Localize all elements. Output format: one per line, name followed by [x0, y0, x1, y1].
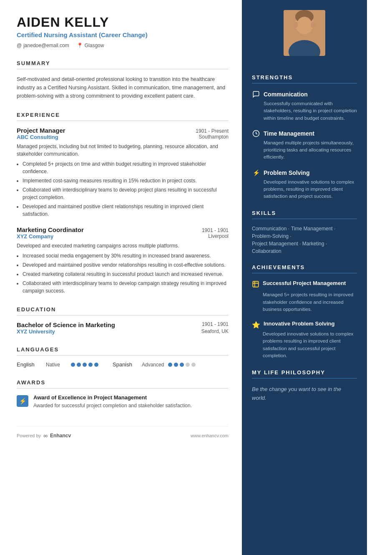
- language-dots-spanish: [168, 363, 196, 367]
- job-bullets-1: Completed 5+ projects on time and within…: [17, 160, 229, 218]
- award-item-1: ⚡ Award of Excellence in Project Managem…: [17, 394, 229, 409]
- languages-section: LANGUAGES English Native Spanish Advance…: [17, 346, 229, 368]
- email-icon: @: [17, 43, 22, 48]
- experience-item-1: Project Manager 1901 - Present ABC Consu…: [17, 127, 229, 218]
- job-desc-2: Developed and executed marketing campaig…: [17, 242, 229, 250]
- achievement-header-1: Successful Project Management: [252, 280, 357, 290]
- skill-item-1: Communication ·: [252, 226, 289, 232]
- dot: [88, 363, 93, 367]
- bullet-item: Completed 5+ projects on time and within…: [23, 160, 229, 175]
- strength-header-3: ⚡ Problem Solving: [252, 169, 357, 177]
- brand-logo-icon: ∞: [43, 432, 48, 439]
- strengths-title: STRENGTHS: [252, 74, 357, 83]
- skill-item-4: Project Management · Marketing ·: [252, 241, 327, 247]
- exp-company-row-2: XYZ Company Liverpool: [17, 233, 229, 240]
- strength-desc-3: Developed innovative solutions to comple…: [252, 179, 357, 200]
- photo-placeholder: [284, 10, 325, 56]
- philosophy-text: Be the change you want to see in the wor…: [252, 385, 357, 403]
- dot: [94, 363, 98, 367]
- job-company-2: XYZ Company: [17, 233, 53, 240]
- education-section: EDUCATION Bachelor of Science in Marketi…: [17, 306, 229, 335]
- experience-item-2: Marketing Coordinator 1901 - 1901 XYZ Co…: [17, 226, 229, 295]
- job-desc-1: Managed projects, including but not limi…: [17, 143, 229, 158]
- contact-info: @ janedoe@email.com 📍 Glasgow: [17, 43, 229, 48]
- strength-desc-2: Managed multiple projects simultaneously…: [252, 139, 357, 161]
- location-contact: 📍 Glasgow: [77, 43, 104, 48]
- bullet-item: Increased social media engagement by 30%…: [23, 252, 229, 260]
- job-title-1: Project Manager: [17, 127, 65, 134]
- strength-header-2: Time Management: [252, 129, 357, 138]
- profile-photo: [284, 10, 325, 56]
- achievement-desc-2: Developed innovative solutions to comple…: [252, 330, 357, 359]
- skills-section: SKILLS Communication · Time Management ·…: [242, 210, 367, 254]
- philosophy-section: MY LIFE PHILOSOPHY Be the change you wan…: [242, 369, 367, 403]
- communication-icon: [252, 90, 260, 98]
- award-content-1: Award of Excellence in Project Managemen…: [33, 394, 192, 409]
- dot: [168, 363, 172, 367]
- awards-title: AWARDS: [17, 379, 229, 388]
- strength-title-2: Time Management: [264, 130, 314, 137]
- email-contact: @ janedoe@email.com: [17, 43, 69, 48]
- dot: [174, 363, 178, 367]
- strength-title-1: Communication: [264, 91, 308, 98]
- job-company-1: ABC Consulting: [17, 134, 58, 140]
- language-name-english: English: [17, 361, 42, 368]
- person-silhouette: [284, 10, 325, 56]
- job-title-2: Marketing Coordinator: [17, 226, 84, 233]
- experience-title: EXPERIENCE: [17, 112, 229, 121]
- edu-location-1: Seaford, UK: [201, 328, 229, 335]
- dot: [186, 363, 190, 367]
- language-name-spanish: Spanish: [113, 361, 138, 368]
- svg-point-6: [311, 22, 315, 28]
- edu-degree-1: Bachelor of Science in Marketing: [17, 321, 115, 328]
- right-column: STRENGTHS Communication Successfully com…: [242, 0, 367, 555]
- achievement-icon-2: ⭐: [252, 321, 260, 329]
- languages-title: LANGUAGES: [17, 346, 229, 356]
- job-bullets-2: Increased social media engagement by 30%…: [17, 252, 229, 295]
- exp-header-2: Marketing Coordinator 1901 - 1901: [17, 226, 229, 233]
- skill-item-3: Problem-Solving ·: [252, 233, 291, 239]
- bullet-item: Developed and maintained positive client…: [23, 203, 229, 218]
- achievements-title: ACHIEVEMENTS: [252, 264, 357, 273]
- bullet-item: Created marketing collateral resulting i…: [23, 270, 229, 278]
- skill-item-5: Collaboration: [252, 248, 281, 254]
- location-icon: 📍: [77, 43, 83, 48]
- bullet-item: Collaborated with interdisciplinary team…: [23, 280, 229, 295]
- philosophy-title: MY LIFE PHILOSOPHY: [252, 369, 357, 378]
- edu-school-1: XYZ University: [17, 328, 55, 335]
- strength-title-3: Problem Solving: [264, 169, 309, 176]
- job-location-1: Southampton: [199, 134, 229, 140]
- problem-solving-icon: ⚡: [252, 169, 260, 177]
- achievement-item-2: ⭐ Innovative Problem Solving Developed i…: [252, 320, 357, 359]
- job-dates-2: 1901 - 1901: [202, 227, 229, 233]
- brand-name: Enhancv: [50, 433, 71, 439]
- summary-title: SUMMARY: [17, 60, 229, 69]
- achievements-section: ACHIEVEMENTS Successful Project Manageme…: [242, 264, 367, 359]
- awards-section: AWARDS ⚡ Award of Excellence in Project …: [17, 379, 229, 409]
- bullet-item: Developed and maintained positive vendor…: [23, 261, 229, 269]
- achievement-title-1: Successful Project Management: [263, 280, 346, 287]
- award-icon-1: ⚡: [17, 395, 28, 407]
- footer: Powered by ∞ Enhancv www.enhancv.com: [17, 426, 229, 439]
- strength-item-3: ⚡ Problem Solving Developed innovative s…: [252, 169, 357, 200]
- svg-point-4: [297, 17, 312, 33]
- profile-photo-container: [242, 0, 367, 64]
- edu-school-row-1: XYZ University Seaford, UK: [17, 328, 229, 335]
- strength-item-1: Communication Successfully communicated …: [252, 90, 357, 122]
- language-dots-english: [71, 363, 98, 367]
- award-title-1: Award of Excellence in Project Managemen…: [33, 394, 192, 401]
- bullet-item: Implemented cost-saving measures resulti…: [23, 177, 229, 184]
- experience-section: EXPERIENCE Project Manager 1901 - Presen…: [17, 112, 229, 295]
- exp-company-row-1: ABC Consulting Southampton: [17, 134, 229, 140]
- edu-dates-1: 1901 - 1901: [202, 321, 229, 328]
- job-dates-1: 1901 - Present: [196, 128, 229, 134]
- exp-header-1: Project Manager 1901 - Present: [17, 127, 229, 134]
- strength-header-1: Communication: [252, 90, 357, 98]
- language-level-english: Native: [46, 362, 67, 368]
- bullet-item: Collaborated with interdisciplinary team…: [23, 186, 229, 201]
- edu-header-1: Bachelor of Science in Marketing 1901 - …: [17, 321, 229, 328]
- dot: [71, 363, 75, 367]
- language-level-spanish: Advanced: [142, 362, 164, 368]
- job-location-2: Liverpool: [208, 233, 229, 240]
- candidate-title: Certified Nursing Assistant (Career Chan…: [17, 31, 229, 38]
